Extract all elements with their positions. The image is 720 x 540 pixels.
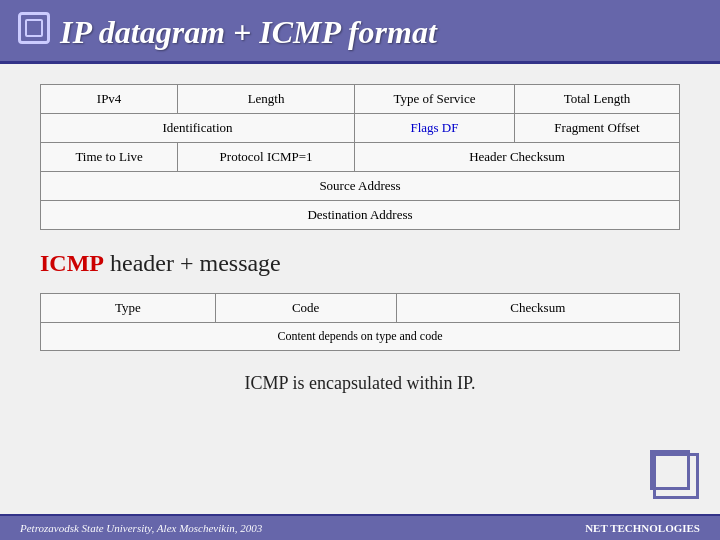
slide-icon: [18, 12, 50, 44]
table-cell-code: Code: [215, 294, 396, 323]
icmp-colored-label: ICMP: [40, 250, 104, 276]
table-cell-total-length: Total Length: [514, 85, 679, 114]
header-title: IP datagram + ICMP format: [60, 14, 437, 50]
corner-decoration: [650, 450, 690, 490]
icmp-section-heading: ICMP header + message: [40, 250, 680, 277]
footer-left-text: Petrozavodsk State University, Alex Mosc…: [20, 522, 262, 534]
table-cell-type-of-service: Type of Service: [354, 85, 514, 114]
table-row: Destination Address: [41, 201, 680, 230]
table-cell-time-to-live: Time to Live: [41, 143, 178, 172]
icmp-heading-suffix: header + message: [104, 250, 281, 276]
table-cell-identification: Identification: [41, 114, 355, 143]
header: IP datagram + ICMP format: [0, 0, 720, 64]
table-row: Type Code Checksum: [41, 294, 680, 323]
table-cell-fragment-offset: Fragment Offset: [514, 114, 679, 143]
table-cell-ipv4: IPv4: [41, 85, 178, 114]
main-content: IPv4 Length Type of Service Total Length…: [0, 64, 720, 514]
table-row: IPv4 Length Type of Service Total Length: [41, 85, 680, 114]
table-cell-length: Length: [178, 85, 355, 114]
table-row: Identification Flags DF Fragment Offset: [41, 114, 680, 143]
footer: Petrozavodsk State University, Alex Mosc…: [0, 514, 720, 540]
slide: IP datagram + ICMP format IPv4 Length Ty…: [0, 0, 720, 540]
table-row: Content depends on type and code: [41, 323, 680, 351]
table-cell-content: Content depends on type and code: [41, 323, 680, 351]
table-cell-flags-df: Flags DF: [354, 114, 514, 143]
bottom-note: ICMP is encapsulated within IP.: [40, 373, 680, 394]
table-cell-source-address: Source Address: [41, 172, 680, 201]
icmp-table: Type Code Checksum Content depends on ty…: [40, 293, 680, 351]
table-cell-header-checksum: Header Checksum: [354, 143, 679, 172]
protocol-icmp-label: ICMP=1: [267, 149, 313, 164]
table-cell-protocol: Protocol ICMP=1: [178, 143, 355, 172]
table-row: Time to Live Protocol ICMP=1 Header Chec…: [41, 143, 680, 172]
table-cell-type: Type: [41, 294, 216, 323]
table-cell-destination-address: Destination Address: [41, 201, 680, 230]
table-row: Source Address: [41, 172, 680, 201]
table-cell-checksum: Checksum: [396, 294, 679, 323]
ip-datagram-table: IPv4 Length Type of Service Total Length…: [40, 84, 680, 230]
footer-right-text: NET TECHNOLOGIES: [585, 522, 700, 534]
